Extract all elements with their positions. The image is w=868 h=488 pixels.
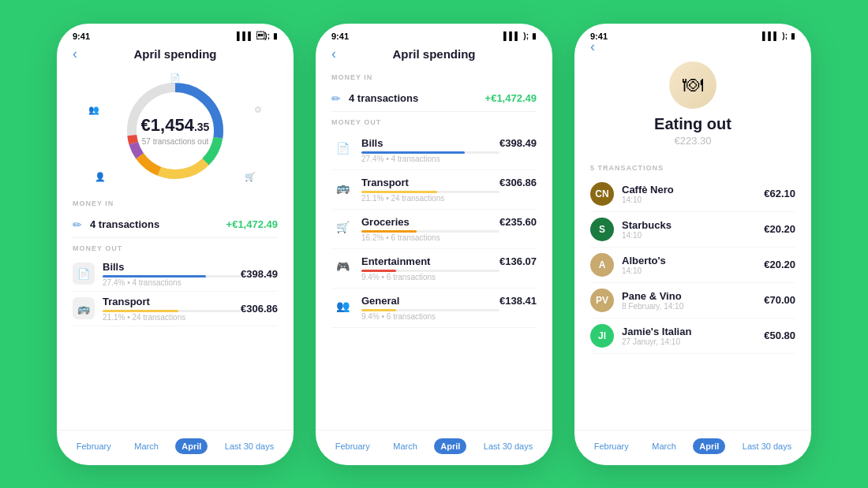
bills-amount-2: €398.49	[499, 137, 537, 149]
albertos-name: Alberto's	[622, 255, 764, 266]
status-icons-3: ▌▌▌ ); ▮	[762, 32, 795, 40]
battery-icon-3: ▮	[791, 32, 795, 40]
pane-vino-name: Pane & Vino	[622, 290, 764, 302]
bottom-tabs-3: February March April Last 30 days	[574, 430, 811, 465]
entertainment-sub-2: 9.4% • 6 transactions	[361, 273, 499, 281]
albertos-row[interactable]: A Alberto's 14:10 €20.20	[590, 248, 795, 283]
money-in-transactions-2: 4 transactions	[349, 92, 485, 104]
transport-fill-1	[103, 310, 178, 312]
status-time-1: 9:41	[73, 32, 90, 41]
jamies-amount: €50.80	[764, 330, 795, 341]
tab-april-2[interactable]: April	[434, 438, 466, 454]
transport-row-1[interactable]: 🚌 Transport 21.1% • 24 transactions €306…	[73, 292, 278, 326]
bills-icon-1: 📄	[73, 263, 95, 285]
money-in-row-2[interactable]: ✏ 4 transactions +€1,472.49	[331, 86, 537, 112]
money-in-icon-1: ✏	[73, 218, 82, 231]
bills-sub-1: 27.4% • 4 transactions	[103, 278, 241, 287]
status-icons-1: ▌▌▌ ); ▮	[237, 32, 278, 40]
money-in-row-1[interactable]: ✏ 4 transactions +€1,472.49	[73, 212, 278, 238]
pane-vino-amount: €70.00	[764, 294, 795, 306]
money-in-transactions-1: 4 transactions	[90, 218, 226, 230]
money-in-icon-2: ✏	[331, 92, 341, 105]
general-row-2[interactable]: 👥 General 9.4% • 6 transactions €138.41	[331, 289, 537, 328]
transport-row-2[interactable]: 🚌 Transport 21.1% • 24 transactions €306…	[331, 170, 537, 210]
tab-february-3[interactable]: February	[588, 438, 635, 454]
status-bar-2: 9:41 ▌▌▌ ); ▮	[316, 24, 552, 44]
groceries-progress-2	[361, 230, 499, 233]
battery-icon: ▮	[273, 32, 278, 40]
pane-vino-time: 8 February, 14:10	[622, 302, 764, 311]
caffe-nero-info: Caffè Nero 14:10	[622, 184, 764, 204]
albertos-logo: A	[590, 253, 614, 277]
transport-progress-1	[103, 310, 241, 312]
content-3: 🍽 Eating out €223.30 5 TRANSACTIONS CN C…	[574, 54, 811, 430]
general-icon-2: 👥	[331, 295, 354, 317]
bills-row-1[interactable]: 📄 Bills 27.4% • 4 transactions €398.49	[73, 257, 278, 292]
money-in-label-2: MONEY IN	[331, 73, 537, 81]
phone-2: 9:41 ▌▌▌ ); ▮ ‹ April spending MONEY IN …	[316, 24, 552, 465]
tab-march-2[interactable]: March	[387, 438, 424, 454]
entertainment-amount-2: €136.07	[499, 255, 537, 267]
tab-april-1[interactable]: April	[175, 438, 208, 454]
transport-sub-2: 21.1% • 24 transactions	[361, 194, 499, 203]
transport-info-2: Transport 21.1% • 24 transactions	[361, 177, 499, 203]
transport-info-1: Transport 21.1% • 24 transactions	[103, 296, 241, 322]
tab-april-3[interactable]: April	[693, 438, 725, 454]
donut-icon-left: 👥	[88, 105, 99, 115]
wifi-icon: );	[256, 32, 270, 40]
pane-vino-logo: PV	[590, 289, 614, 312]
bills-icon-2: 📄	[331, 137, 354, 159]
caffe-nero-row[interactable]: CN Caffè Nero 14:10 €62.10	[590, 177, 795, 212]
bills-amount-1: €398.49	[241, 268, 278, 280]
donut-label: 57 transactions out	[141, 137, 210, 146]
pane-vino-info: Pane & Vino 8 February, 14:10	[622, 290, 764, 311]
content-1: 📄 ⚙ 👥 👤 🛒 €1,454.35 57 transactions out …	[57, 67, 294, 430]
bills-progress-2	[361, 151, 499, 154]
transport-amount-2: €306.86	[499, 177, 537, 188]
transport-fill-2	[361, 191, 437, 193]
eating-out-icon: 🍽	[669, 61, 716, 109]
jamies-info: Jamie's Italian 27 Januyr, 14:10	[622, 326, 764, 346]
tab-march-3[interactable]: March	[645, 438, 683, 454]
back-button-3[interactable]: ‹	[590, 39, 595, 55]
signal-icon-3: ▌▌▌	[762, 32, 779, 40]
bills-progress-1	[103, 275, 241, 278]
jamies-time: 27 Januyr, 14:10	[622, 337, 764, 346]
transport-sub-1: 21.1% • 24 transactions	[103, 313, 241, 322]
transactions-count-label: 5 TRANSACTIONS	[590, 164, 795, 172]
tab-last30-2[interactable]: Last 30 days	[477, 438, 539, 454]
tab-february-1[interactable]: February	[70, 438, 118, 454]
entertainment-row-2[interactable]: 🎮 Entertainment 9.4% • 6 transactions €1…	[331, 249, 537, 289]
pane-vino-row[interactable]: PV Pane & Vino 8 February, 14:10 €70.00	[590, 283, 795, 319]
albertos-amount: €20.20	[764, 259, 795, 270]
tab-march-1[interactable]: March	[128, 438, 165, 454]
starbucks-row[interactable]: S Starbucks 14:10 €20.20	[590, 212, 795, 248]
tab-last30-1[interactable]: Last 30 days	[219, 438, 280, 454]
bills-fill-1	[103, 275, 206, 278]
groceries-row-2[interactable]: 🛒 Groceries 16.2% • 6 transactions €235.…	[331, 210, 537, 249]
jamies-name: Jamie's Italian	[622, 326, 764, 337]
donut-center: €1,454.35 57 transactions out	[141, 115, 210, 146]
donut-icon-bl: 👤	[95, 172, 106, 182]
transport-name-2: Transport	[361, 177, 499, 188]
signal-icon: ▌▌▌	[237, 32, 253, 40]
header-3: ‹	[574, 44, 811, 54]
general-sub-2: 9.4% • 6 transactions	[361, 312, 499, 321]
caffe-nero-logo: CN	[590, 182, 614, 206]
tab-last30-3[interactable]: Last 30 days	[736, 438, 798, 454]
back-button-1[interactable]: ‹	[73, 46, 77, 62]
general-progress-2	[361, 309, 499, 311]
donut-icon-br: 🛒	[245, 172, 256, 182]
starbucks-name: Starbucks	[622, 219, 764, 231]
jamies-italian-row[interactable]: JI Jamie's Italian 27 Januyr, 14:10 €50.…	[590, 319, 795, 354]
back-button-2[interactable]: ‹	[331, 46, 336, 62]
bills-row-2[interactable]: 📄 Bills 27.4% • 4 transactions €398.49	[331, 131, 537, 170]
tab-february-2[interactable]: February	[329, 438, 376, 454]
eating-header: 🍽 Eating out €223.30	[590, 54, 795, 158]
starbucks-amount: €20.20	[764, 223, 795, 235]
groceries-fill-2	[361, 230, 417, 233]
jamies-logo: JI	[590, 324, 614, 348]
transport-icon-1: 🚌	[73, 297, 95, 319]
status-bar-3: 9:41 ▌▌▌ ); ▮	[574, 24, 811, 44]
donut-icon-top: 📄	[170, 73, 181, 84]
